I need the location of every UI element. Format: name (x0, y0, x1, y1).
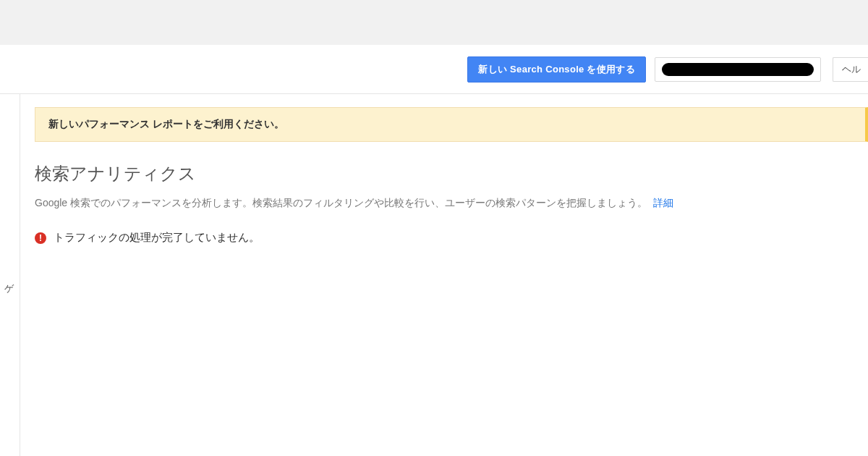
toolbar: 新しい Search Console を使用する ヘル (0, 45, 868, 94)
top-gray-bar (0, 0, 868, 45)
help-button[interactable]: ヘル (833, 57, 868, 82)
page-title: 検索アナリティクス (35, 162, 868, 185)
notice-banner: 新しいパフォーマンス レポートをご利用ください。 (35, 107, 868, 142)
page-description-text: Google 検索でのパフォーマンスを分析します。検索結果のフィルタリングや比較… (35, 197, 647, 208)
new-search-console-button[interactable]: 新しい Search Console を使用する (467, 56, 646, 83)
error-icon: ! (35, 232, 46, 244)
body-wrap: ゲ 新しいパフォーマンス レポートをご利用ください。 検索アナリティクス Goo… (0, 94, 868, 456)
status-text: トラフィックの処理が完了していません。 (54, 231, 260, 245)
sidebar: ゲ (0, 94, 20, 456)
page-description: Google 検索でのパフォーマンスを分析します。検索結果のフィルタリングや比較… (35, 195, 868, 211)
learn-more-link[interactable]: 詳細 (653, 197, 673, 208)
main-content: 新しいパフォーマンス レポートをご利用ください。 検索アナリティクス Googl… (20, 94, 868, 456)
notice-text: 新しいパフォーマンス レポートをご利用ください。 (48, 118, 284, 130)
sidebar-fragment-text: ゲ (4, 282, 14, 295)
account-redacted (662, 63, 814, 76)
account-selector[interactable] (655, 57, 821, 82)
status-row: ! トラフィックの処理が完了していません。 (35, 231, 868, 245)
